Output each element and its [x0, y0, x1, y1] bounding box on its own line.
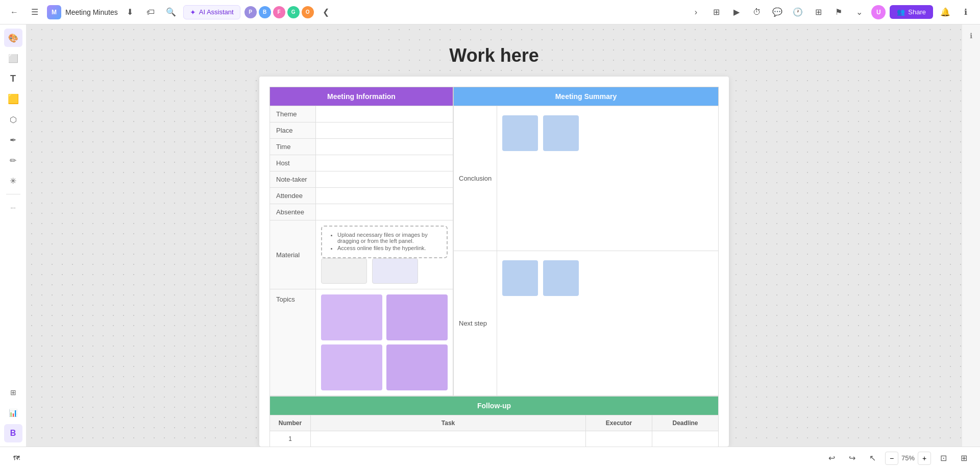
comment-button[interactable]: 💬	[769, 4, 786, 20]
meeting-summary-table: Meeting Summary Conclusion	[453, 87, 719, 396]
doc-title: Meeting Minutes	[65, 8, 118, 16]
sort-button[interactable]: ⌄	[851, 4, 867, 20]
user-avatar[interactable]: U	[871, 5, 886, 19]
zoom-out-button[interactable]: −	[885, 452, 898, 465]
canvas-area[interactable]: Work here Meeting Information Theme	[27, 24, 962, 447]
fit-button[interactable]: ⊡	[935, 450, 951, 466]
topic-sticky-2[interactable]	[386, 294, 448, 340]
sidebar-divider	[6, 194, 20, 194]
conclusion-notes	[502, 111, 713, 155]
conclusion-content[interactable]	[497, 106, 719, 251]
timer-button[interactable]: ⏱	[749, 4, 765, 20]
topics-value[interactable]	[316, 289, 453, 396]
row1-task[interactable]	[311, 431, 586, 447]
sidebar-frame[interactable]: ⬜	[4, 49, 22, 67]
collapse-panel-button[interactable]: ❮	[318, 4, 334, 20]
upload-thumb-2[interactable]	[372, 258, 418, 284]
redo-button[interactable]: ↪	[844, 450, 861, 466]
sidebar-eraser[interactable]: ✏	[4, 151, 22, 169]
followup-row-1: 1	[270, 431, 719, 447]
sidebar-brand[interactable]: B	[4, 424, 22, 442]
avatar-g[interactable]: G	[287, 6, 300, 18]
topic-sticky-1[interactable]	[321, 294, 382, 340]
topic-sticky-3[interactable]	[321, 344, 382, 390]
row1-deadline[interactable]	[652, 431, 719, 447]
row1-executor[interactable]	[586, 431, 652, 447]
ai-assistant-button[interactable]: ✦ AI Assistant	[183, 5, 240, 19]
search-button[interactable]: 🔍	[163, 4, 179, 20]
sidebar-table[interactable]: ⊞	[4, 383, 22, 402]
minimap-button[interactable]: 🗺	[8, 450, 24, 466]
place-value[interactable]	[316, 122, 453, 139]
topic-sticky-4[interactable]	[386, 344, 448, 390]
time-value[interactable]	[316, 139, 453, 155]
avatar-p[interactable]: P	[244, 6, 257, 18]
attendee-value[interactable]	[316, 188, 453, 204]
tag-button[interactable]: 🏷	[142, 4, 159, 20]
play-button[interactable]: ▶	[728, 4, 745, 20]
nextstep-note-1[interactable]	[502, 260, 538, 296]
table-row: Time	[270, 139, 453, 155]
table-row: Theme	[270, 106, 453, 122]
col-executor: Executor	[586, 415, 652, 431]
zoom-control: − 75% +	[885, 452, 931, 465]
sidebar-text[interactable]: T	[4, 69, 22, 88]
sidebar-sticky[interactable]: 🟨	[4, 90, 22, 108]
avatar-b[interactable]: B	[259, 6, 271, 18]
expand-button[interactable]: ›	[688, 4, 704, 20]
menu-button[interactable]: ☰	[27, 4, 43, 20]
nextstep-note-2[interactable]	[543, 260, 579, 296]
topics-label: Topics	[270, 289, 316, 396]
sidebar-chart[interactable]: 📊	[4, 404, 22, 422]
sidebar-pen[interactable]: ✒	[4, 131, 22, 149]
help-button[interactable]: ℹ	[958, 4, 974, 20]
share-icon: 👥	[897, 8, 905, 16]
notetaker-value[interactable]	[316, 171, 453, 188]
bell-button[interactable]: 🔔	[937, 4, 953, 20]
download-button[interactable]: ⬇	[122, 4, 138, 20]
meeting-info-header: Meeting Information	[270, 87, 453, 106]
avatar-f[interactable]: F	[273, 6, 285, 18]
upload-thumb-1[interactable]	[321, 258, 367, 284]
white-canvas: Meeting Information Theme Place	[259, 77, 729, 447]
nextstep-notes	[502, 256, 713, 300]
table-row: Absentee	[270, 204, 453, 220]
grid-button[interactable]: ⊞	[955, 450, 972, 466]
history-button[interactable]: 🕐	[790, 4, 806, 20]
absentee-value[interactable]	[316, 204, 453, 220]
upload-area[interactable]: Upload necessary files or images by drag…	[321, 226, 448, 258]
bottom-left: 🗺	[8, 450, 24, 466]
meeting-info-table: Meeting Information Theme Place	[270, 87, 453, 396]
material-value[interactable]: Upload necessary files or images by drag…	[316, 220, 453, 289]
toolbar-right: › ⊞ ▶ ⏱ 💬 🕐 ⊞ ⚑ ⌄ U 👥 Share 🔔 ℹ	[492, 4, 974, 20]
nextstep-content[interactable]	[497, 251, 719, 396]
place-label: Place	[270, 122, 316, 139]
theme-value[interactable]	[316, 106, 453, 122]
nextstep-label: Next step	[454, 251, 497, 396]
share-button[interactable]: 👥 Share	[890, 5, 933, 19]
zoom-in-button[interactable]: +	[918, 452, 931, 465]
table-row: Place	[270, 122, 453, 139]
sidebar-effects[interactable]: ✳	[4, 171, 22, 190]
collab-avatars: P B F G O	[244, 6, 314, 18]
sidebar-palette[interactable]: 🎨	[4, 29, 22, 47]
avatar-o[interactable]: O	[302, 6, 314, 18]
layout-button[interactable]: ⊞	[810, 4, 826, 20]
table-row: Host	[270, 155, 453, 171]
right-panel-info[interactable]: ℹ	[964, 29, 978, 43]
top-toolbar: ← ☰ M Meeting Minutes ⬇ 🏷 🔍 ✦ AI Assista…	[0, 0, 980, 24]
conclusion-note-1[interactable]	[502, 115, 538, 151]
cursor-button[interactable]: ↖	[865, 450, 881, 466]
sidebar-shapes[interactable]: ⬡	[4, 110, 22, 129]
material-label: Material	[270, 220, 316, 289]
col-number: Number	[270, 415, 311, 431]
sidebar-more[interactable]: ···	[4, 199, 22, 217]
conclusion-note-2[interactable]	[543, 115, 579, 151]
filter-button[interactable]: ⚑	[830, 4, 847, 20]
col-task: Task	[311, 415, 586, 431]
app-logo: M	[47, 5, 61, 19]
back-button[interactable]: ←	[6, 4, 22, 20]
undo-button[interactable]: ↩	[824, 450, 840, 466]
host-value[interactable]	[316, 155, 453, 171]
add-frame-button[interactable]: ⊞	[708, 4, 724, 20]
